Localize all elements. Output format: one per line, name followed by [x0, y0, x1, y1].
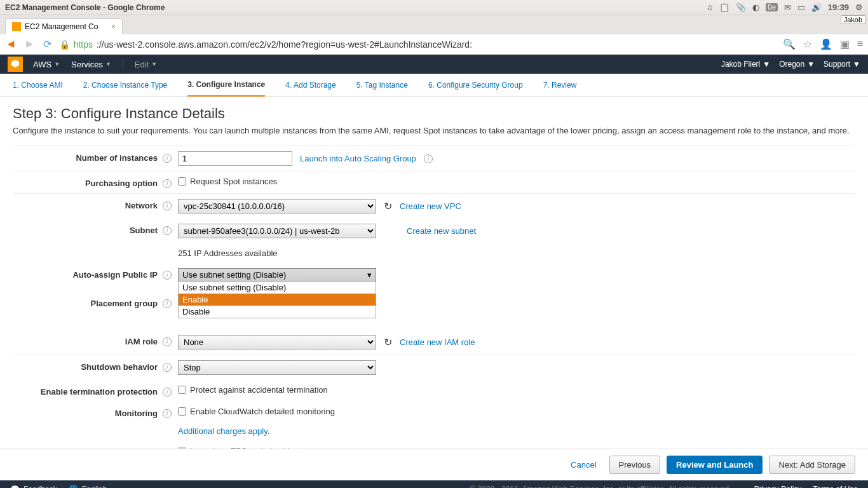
support-menu[interactable]: Support▼ [824, 60, 860, 69]
autoip-opt-subnet[interactable]: Use subnet setting (Disable) [179, 281, 376, 294]
aws-menu[interactable]: AWS▼ [33, 60, 60, 69]
browser-tab[interactable]: EC2 Management Co × [5, 18, 123, 34]
iam-select[interactable]: None [178, 335, 376, 349]
termination-checkbox[interactable]: Protect against accidental termination [178, 385, 328, 395]
battery-icon[interactable]: ▭ [797, 3, 805, 12]
language-link[interactable]: 🌐English [69, 485, 107, 488]
system-tray: ♫ 📋 📎 ◐ De ✉ ▭ 🔊 19:39 ⚙ [707, 3, 863, 12]
aws-footer: 💬Feedback 🌐English © 2008 - 2016, Amazon… [0, 480, 868, 488]
bookmark-icon[interactable]: ☆ [803, 38, 812, 50]
copyright: © 2008 - 2016, Amazon Web Services, Inc.… [470, 485, 731, 488]
services-menu[interactable]: Services▼ [71, 60, 111, 69]
wizard-step-review[interactable]: 7. Review [543, 74, 577, 96]
desktop-titlebar: EC2 Management Console - Google Chrome ♫… [0, 0, 868, 15]
info-icon[interactable]: i [163, 271, 172, 280]
previous-button[interactable]: Previous [609, 456, 661, 474]
monitoring-charges-link[interactable]: Additional charges apply. [178, 426, 855, 436]
wizard-actions: Cancel Previous Review and Launch Next: … [0, 449, 868, 480]
refresh-icon[interactable]: ↻ [384, 200, 392, 212]
clock[interactable]: 19:39 [828, 3, 849, 12]
refresh-icon[interactable]: ↻ [384, 336, 392, 348]
spot-checkbox[interactable]: Request Spot instances [178, 177, 277, 186]
instances-input[interactable] [178, 151, 292, 166]
clipboard-icon[interactable]: 📋 [719, 3, 729, 12]
tab-close-icon[interactable]: × [111, 22, 116, 31]
info-icon[interactable]: i [163, 363, 172, 372]
settings-icon[interactable]: ⚙ [855, 3, 863, 12]
region-menu[interactable]: Oregon▼ [779, 60, 815, 69]
wizard-step-type[interactable]: 2. Choose Instance Type [83, 74, 168, 96]
info-icon[interactable]: i [163, 409, 172, 418]
reload-icon[interactable]: ⟳ [43, 38, 51, 50]
wizard-step-storage[interactable]: 4. Add Storage [285, 74, 336, 96]
info-icon[interactable]: i [163, 179, 172, 188]
wizard-step-tag[interactable]: 5. Tag Instance [356, 74, 408, 96]
network-label: Network [125, 201, 158, 210]
feedback-link[interactable]: 💬Feedback [10, 485, 57, 488]
url-protocol: https [74, 39, 93, 50]
speech-icon: 💬 [10, 485, 20, 488]
ebs-label: EBS-optimized instance [64, 448, 158, 449]
shutdown-select[interactable]: Stop [178, 360, 376, 375]
info-icon[interactable]: i [163, 201, 172, 210]
wizard-steps: 1. Choose AMI 2. Choose Instance Type 3.… [0, 74, 868, 97]
browser-toolbar: ◄ ► ⟳ 🔒 https://us-west-2.console.aws.am… [0, 34, 868, 55]
termination-label: Enable termination protection [41, 387, 158, 396]
zoom-icon[interactable]: 🔍 [783, 38, 796, 50]
network-select[interactable]: vpc-25c30841 (10.0.0.0/16) [178, 199, 376, 214]
autoip-options: Use subnet setting (Disable) Enable Disa… [178, 281, 376, 318]
music-icon[interactable]: ♫ [707, 3, 713, 12]
autoip-opt-disable[interactable]: Disable [179, 306, 376, 318]
page-title: Step 3: Configure Instance Details [13, 105, 855, 122]
main-content: Step 3: Configure Instance Details Confi… [0, 97, 868, 449]
menu-icon[interactable]: ≡ [857, 38, 863, 50]
wizard-step-configure[interactable]: 3. Configure Instance [187, 74, 265, 97]
create-iam-link[interactable]: Create new IAM role [400, 337, 475, 347]
info-icon[interactable]: i [163, 449, 172, 449]
next-button[interactable]: Next: Add Storage [769, 456, 855, 474]
address-bar[interactable]: 🔒 https://us-west-2.console.aws.amazon.c… [59, 39, 775, 50]
autoip-select[interactable]: Use subnet setting (Disable)▾ Use subnet… [178, 268, 376, 318]
attachment-icon[interactable]: 📎 [736, 3, 746, 12]
favicon-icon [12, 22, 21, 31]
privacy-link[interactable]: Privacy Policy [754, 485, 802, 488]
info-icon[interactable]: i [163, 154, 172, 163]
cast-icon[interactable]: ▣ [840, 38, 850, 50]
nav-forward-icon: ► [24, 37, 36, 51]
info-icon[interactable]: i [424, 154, 433, 163]
user-indicator: Jakob [841, 15, 865, 24]
monitoring-checkbox[interactable]: Enable CloudWatch detailed monitoring [178, 407, 335, 416]
url-path: ://us-west-2.console.aws.amazon.com/ec2/… [97, 39, 472, 50]
volume-icon[interactable]: 🔊 [811, 3, 822, 12]
aws-logo-icon[interactable] [8, 57, 23, 72]
info-icon[interactable]: i [163, 226, 172, 235]
subnet-select[interactable]: subnet-950afee3(10.0.0.0/24) | us-west-2… [178, 224, 376, 238]
info-icon[interactable]: i [163, 337, 172, 346]
ebs-checkbox: Launch as EBS-optimized instance [178, 446, 318, 449]
wifi-icon[interactable]: ◐ [752, 3, 759, 12]
page-description: Configure the instance to suit your requ… [13, 126, 855, 135]
shutdown-label: Shutdown behavior [81, 362, 158, 372]
person-icon[interactable]: 👤 [820, 38, 832, 50]
wizard-step-security[interactable]: 6. Configure Security Group [428, 74, 523, 96]
edit-menu[interactable]: Edit▼ [135, 60, 157, 69]
subnet-label: Subnet [130, 226, 158, 235]
monitoring-label: Monitoring [115, 409, 158, 418]
asg-link[interactable]: Launch into Auto Scaling Group [300, 154, 416, 163]
terms-link[interactable]: Terms of Use [813, 485, 858, 488]
cancel-button[interactable]: Cancel [564, 456, 602, 474]
account-menu[interactable]: Jakob Flierl▼ [721, 60, 770, 69]
lang-indicator[interactable]: De [766, 3, 778, 11]
create-vpc-link[interactable]: Create new VPC [400, 201, 461, 211]
window-title: EC2 Management Console - Google Chrome [5, 3, 165, 12]
info-icon[interactable]: i [163, 388, 172, 396]
autoip-opt-enable[interactable]: Enable [179, 294, 376, 306]
lock-icon: 🔒 [59, 39, 70, 50]
nav-back-icon[interactable]: ◄ [5, 37, 17, 51]
subnet-availability: 251 IP Addresses available [178, 248, 855, 258]
create-subnet-link[interactable]: Create new subnet [407, 226, 476, 236]
browser-tabstrip: EC2 Management Co × [0, 15, 868, 34]
wizard-step-ami[interactable]: 1. Choose AMI [13, 74, 63, 96]
review-launch-button[interactable]: Review and Launch [667, 456, 763, 474]
mail-icon[interactable]: ✉ [784, 3, 791, 12]
